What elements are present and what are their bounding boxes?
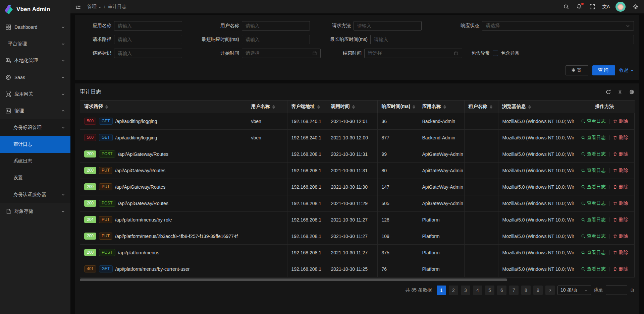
view-log-link[interactable]: 查看日志 — [581, 151, 606, 157]
call-time-cell: 2021-10-30 11:27 — [327, 211, 377, 228]
filter-end-time: 结束时间 请选择 — [323, 49, 462, 58]
page-button-9[interactable]: 9 — [533, 286, 543, 295]
user-name-input[interactable] — [242, 21, 310, 30]
trace-id-input[interactable] — [114, 49, 182, 58]
max-time-input[interactable] — [370, 35, 634, 44]
path-input[interactable] — [114, 35, 182, 44]
view-log-link[interactable]: 查看日志 — [581, 200, 606, 206]
view-log-link[interactable]: 查看日志 — [581, 217, 606, 223]
browser-cell: Mozilla/5.0 (Windows NT 10.0; Win — [498, 179, 574, 195]
page-button-3[interactable]: 3 — [461, 286, 470, 295]
settings-gear-icon[interactable] — [633, 4, 639, 10]
sidebar-item-settings[interactable]: 设置 — [0, 170, 70, 186]
column-header[interactable]: 响应时间(ms) — [377, 101, 418, 113]
view-log-link[interactable]: 查看日志 — [581, 184, 606, 190]
column-header[interactable]: 租户名称 — [464, 101, 498, 113]
column-header[interactable]: 请求路径 — [80, 101, 247, 113]
sidebar-item-dashboard[interactable]: Dashboard — [0, 19, 70, 36]
page-button-8[interactable]: 8 — [521, 286, 531, 295]
app-name-cell: Backend-Admin — [418, 129, 464, 146]
sidebar-item-auth-server[interactable]: 身份认证服务器 — [0, 186, 70, 203]
app-logo[interactable]: Vben Admin — [0, 0, 70, 19]
row-height-icon[interactable] — [617, 89, 623, 95]
view-log-link[interactable]: 查看日志 — [581, 233, 606, 239]
reset-button[interactable]: 重置 — [566, 65, 588, 75]
delete-link[interactable]: 删除 — [613, 233, 628, 239]
sidebar-item-saas[interactable]: Saas — [0, 69, 70, 86]
avatar[interactable] — [615, 2, 626, 12]
delete-link[interactable]: 删除 — [613, 151, 628, 157]
sidebar-item-system-log[interactable]: 系统日志 — [0, 153, 70, 170]
status-badge: 500 — [84, 118, 96, 125]
tenant-cell — [464, 244, 498, 261]
sidebar-item-localization[interactable]: 本地化管理 — [0, 52, 70, 69]
column-settings-gear-icon[interactable] — [629, 89, 635, 95]
sidebar-item-management[interactable]: 管理 — [0, 103, 70, 119]
page-button-7[interactable]: 7 — [509, 286, 519, 295]
translate-icon[interactable]: 文A — [602, 4, 608, 10]
sidebar-item-audit-log[interactable]: 审计日志 — [0, 136, 70, 153]
sidebar-fold-icon[interactable] — [75, 4, 81, 10]
delete-link[interactable]: 删除 — [613, 168, 628, 174]
column-header[interactable]: 应用名称 — [418, 101, 464, 113]
breadcrumb-parent[interactable]: 管理 — [87, 4, 102, 10]
view-log-link[interactable]: 查看日志 — [581, 118, 606, 124]
page-button-5[interactable]: 5 — [485, 286, 494, 295]
column-header[interactable]: 浏览器信息 — [498, 101, 574, 113]
page-button-2[interactable]: 2 — [449, 286, 458, 295]
topbar-tools: 文A — [563, 2, 639, 12]
method-badge: GET — [99, 134, 113, 141]
search-button[interactable]: 查询 — [592, 65, 615, 75]
end-time-picker[interactable]: 请选择 — [364, 49, 462, 58]
delete-link[interactable]: 删除 — [613, 184, 628, 190]
action-divider — [609, 201, 609, 206]
sidebar-item-object-storage[interactable]: 对象存储 — [0, 203, 70, 220]
request-path: /api/ApiGateway/Routes — [115, 168, 165, 173]
delete-link[interactable]: 删除 — [613, 250, 628, 256]
column-header[interactable]: 用户名称 — [247, 101, 287, 113]
sidebar-item-identity[interactable]: 身份标识管理 — [0, 119, 70, 136]
delete-link[interactable]: 删除 — [613, 200, 628, 206]
request-path: /api/platform/menus — [118, 250, 159, 255]
chevron-down-icon — [626, 23, 630, 28]
notification-bell-icon[interactable] — [576, 4, 582, 10]
chevron-up-icon — [61, 109, 65, 113]
sidebar-item-gateway[interactable]: 应用网关 — [0, 86, 70, 103]
delete-link[interactable]: 删除 — [613, 217, 628, 223]
status-select[interactable]: 请选择 — [482, 21, 634, 30]
app-name-cell: ApiGateWay-Admin — [418, 162, 464, 179]
tenant-cell — [464, 162, 498, 179]
collapse-link[interactable]: 收起 — [619, 67, 634, 73]
column-header[interactable]: 调用时间 — [327, 101, 377, 113]
storage-icon — [5, 208, 11, 214]
refresh-icon[interactable] — [605, 89, 611, 95]
page-button-4[interactable]: 4 — [473, 286, 482, 295]
delete-link[interactable]: 删除 — [613, 135, 628, 141]
view-log-link[interactable]: 查看日志 — [581, 250, 606, 256]
browser-cell: Mozilla/5.0 (Windows NT 10.0; Win — [498, 113, 574, 129]
sidebar-item-platform[interactable]: 平台管理 — [0, 36, 70, 52]
page-button-1[interactable]: 1 — [437, 286, 446, 295]
view-log-link[interactable]: 查看日志 — [581, 168, 606, 174]
breadcrumb: 管理 / 审计日志 — [87, 4, 126, 10]
delete-link[interactable]: 删除 — [613, 118, 628, 124]
view-log-link[interactable]: 查看日志 — [581, 266, 606, 272]
view-log-link[interactable]: 查看日志 — [581, 135, 606, 141]
search-icon[interactable] — [563, 4, 569, 10]
method-input[interactable] — [354, 21, 422, 30]
start-time-picker[interactable]: 请选择 — [242, 49, 321, 58]
exception-checkbox[interactable] — [493, 51, 498, 56]
fullscreen-icon[interactable] — [589, 4, 595, 10]
page-button-6[interactable]: 6 — [497, 286, 506, 295]
action-divider — [609, 234, 609, 239]
column-header[interactable]: 客户端地址 — [287, 101, 327, 113]
delete-link[interactable]: 删除 — [613, 266, 628, 272]
app-name-input[interactable] — [114, 21, 182, 30]
next-page-button[interactable] — [545, 286, 555, 295]
page-size-select[interactable]: 10 条/页 — [557, 286, 591, 295]
min-time-input[interactable] — [242, 35, 310, 44]
user-name-cell — [247, 244, 287, 261]
jump-page-input[interactable] — [606, 286, 627, 295]
method-label: 请求方法 — [313, 23, 351, 29]
scrollbar-thumb[interactable] — [80, 278, 507, 281]
